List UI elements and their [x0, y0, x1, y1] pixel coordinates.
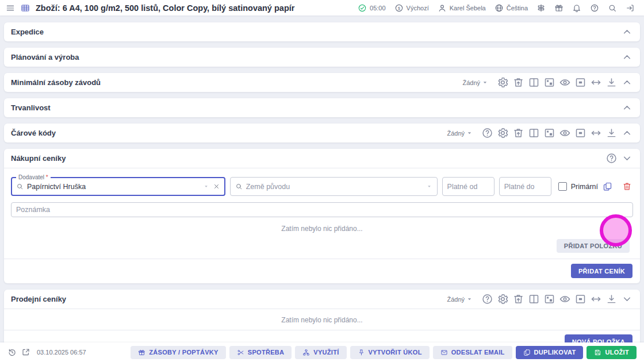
- hamburger-menu-icon[interactable]: [6, 3, 15, 13]
- swap-horizontal-icon[interactable]: [590, 76, 602, 88]
- columns-icon[interactable]: [528, 293, 540, 305]
- signpost-icon[interactable]: [536, 3, 546, 13]
- chevron-up-icon[interactable]: [621, 76, 633, 88]
- chevron-up-icon[interactable]: [621, 51, 633, 63]
- user-menu[interactable]: Karel Šebela: [438, 3, 486, 13]
- chevron-down-icon[interactable]: [621, 152, 633, 164]
- row-actions: [603, 182, 633, 191]
- panel-header-expedice[interactable]: Expedice: [4, 22, 640, 41]
- gift-icon[interactable]: [554, 3, 564, 13]
- help-circle-icon[interactable]: [481, 293, 493, 305]
- supplier-field[interactable]: Dodavatel *: [11, 177, 225, 196]
- valid-from-field[interactable]: [442, 177, 494, 196]
- timer-value: 05:00: [370, 5, 386, 11]
- send-email-button[interactable]: ODESLAT EMAIL: [433, 346, 512, 359]
- panel-header-min-zasoby[interactable]: Minimální zásoby závodů Žádný: [4, 73, 640, 92]
- download-icon[interactable]: [605, 293, 618, 305]
- goods-icon: [138, 349, 145, 356]
- country-input[interactable]: [246, 183, 423, 191]
- settings-gear-icon[interactable]: [497, 127, 509, 139]
- session-timer[interactable]: 05:00: [358, 3, 386, 13]
- download-icon[interactable]: [605, 127, 618, 139]
- help-circle-icon[interactable]: [605, 152, 618, 164]
- panel-footer: NOVÁ POLOŽKA: [4, 330, 640, 342]
- new-item-button[interactable]: NOVÁ POLOŽKA: [565, 334, 632, 342]
- country-field[interactable]: [230, 177, 438, 196]
- logout-icon[interactable]: [626, 3, 635, 13]
- panel-header-prodejni-ceniky[interactable]: Prodejní ceníky Žádný: [4, 290, 640, 309]
- layout-pip-icon[interactable]: [543, 76, 555, 88]
- view-filter-dropdown[interactable]: Žádný: [462, 79, 489, 86]
- filter-value: Žádný: [462, 79, 480, 86]
- swap-horizontal-icon[interactable]: [590, 127, 602, 139]
- caret-down-icon[interactable]: [203, 183, 209, 190]
- view-filter-dropdown[interactable]: Žádný: [447, 295, 473, 303]
- eye-icon[interactable]: [559, 76, 571, 88]
- note-row: [4, 196, 640, 217]
- open-record-icon[interactable]: [21, 348, 30, 357]
- eye-icon[interactable]: [559, 127, 571, 139]
- help-circle-icon[interactable]: [481, 127, 493, 139]
- help-icon[interactable]: [590, 3, 599, 13]
- swap-horizontal-icon[interactable]: [590, 293, 602, 305]
- note-field[interactable]: [11, 202, 633, 217]
- add-item-button[interactable]: PŘIDAT POLOŽKU: [557, 239, 630, 253]
- primary-checkbox[interactable]: [558, 182, 567, 191]
- clear-x-icon[interactable]: [213, 183, 220, 190]
- valid-to-input[interactable]: [504, 183, 546, 191]
- download-icon[interactable]: [605, 76, 618, 88]
- fit-screen-icon[interactable]: [574, 293, 586, 305]
- note-input[interactable]: [16, 206, 628, 214]
- columns-icon[interactable]: [528, 76, 540, 88]
- stocks-demands-button[interactable]: ZÁSOBY / POPTÁVKY: [131, 346, 225, 359]
- caret-down-icon: [466, 129, 473, 137]
- section-title: Prodejní ceníky: [11, 295, 66, 303]
- save-button[interactable]: ULOŽIT: [586, 346, 637, 359]
- hierarchy-icon: [302, 349, 310, 356]
- check-circle-icon: [358, 3, 367, 13]
- language-selector[interactable]: Čeština: [494, 3, 528, 13]
- view-filter-dropdown[interactable]: Žádný: [447, 129, 473, 137]
- add-pricelist-button[interactable]: PŘIDAT CENÍK: [571, 264, 632, 278]
- valid-to-field[interactable]: [499, 177, 551, 196]
- chevron-down-icon[interactable]: [621, 293, 633, 305]
- panel-header-nakupni-ceniky[interactable]: Nákupní ceníky: [4, 149, 640, 168]
- consumption-button[interactable]: SPOTŘEBA: [229, 346, 292, 359]
- chevron-up-icon[interactable]: [621, 26, 633, 38]
- copy-icon[interactable]: [603, 182, 612, 191]
- primary-checkbox-wrap[interactable]: Primární: [558, 182, 598, 191]
- trash-restore-icon[interactable]: [512, 76, 524, 88]
- trash-restore-icon[interactable]: [512, 127, 524, 139]
- layout-pip-icon[interactable]: [543, 293, 555, 305]
- price-profile-selector[interactable]: $ Výchozí: [394, 3, 429, 13]
- search-icon: [235, 183, 243, 190]
- settings-gear-icon[interactable]: [497, 293, 509, 305]
- create-task-button[interactable]: VYTVOŘIT ÚKOL: [350, 346, 430, 359]
- bell-icon[interactable]: [572, 3, 581, 13]
- fit-screen-icon[interactable]: [574, 127, 586, 139]
- panel-min-zasoby: Minimální zásoby závodů Žádný: [4, 73, 640, 92]
- duplicate-button[interactable]: DUPLIKOVAT: [516, 346, 584, 359]
- layout-pip-icon[interactable]: [543, 127, 555, 139]
- columns-icon[interactable]: [528, 127, 540, 139]
- fit-screen-icon[interactable]: [574, 76, 586, 88]
- panel-header-planovani[interactable]: Plánování a výroba: [4, 48, 640, 67]
- settings-gear-icon[interactable]: [497, 76, 509, 88]
- trash-restore-icon[interactable]: [512, 293, 524, 305]
- panel-header-carove-kody[interactable]: Čárové kódy Žádný: [4, 124, 640, 143]
- topbar-right: 05:00 $ Výchozí Karel Šebela Čeština: [358, 3, 635, 13]
- language-label: Čeština: [507, 5, 528, 11]
- eye-icon[interactable]: [559, 293, 571, 305]
- delete-trash-icon[interactable]: [622, 182, 632, 191]
- supplier-input[interactable]: [27, 183, 200, 191]
- usage-button[interactable]: VYUŽITÍ: [295, 346, 346, 359]
- chevron-up-icon[interactable]: [621, 127, 633, 139]
- search-icon[interactable]: [608, 3, 617, 13]
- chevron-up-icon[interactable]: [621, 102, 633, 114]
- history-icon[interactable]: [7, 348, 17, 357]
- copy-icon: [523, 349, 531, 356]
- caret-down-icon[interactable]: [426, 183, 432, 190]
- required-asterisk: *: [46, 174, 48, 180]
- panel-header-trvanlivost[interactable]: Trvanlivost: [4, 98, 640, 117]
- valid-from-input[interactable]: [447, 183, 489, 191]
